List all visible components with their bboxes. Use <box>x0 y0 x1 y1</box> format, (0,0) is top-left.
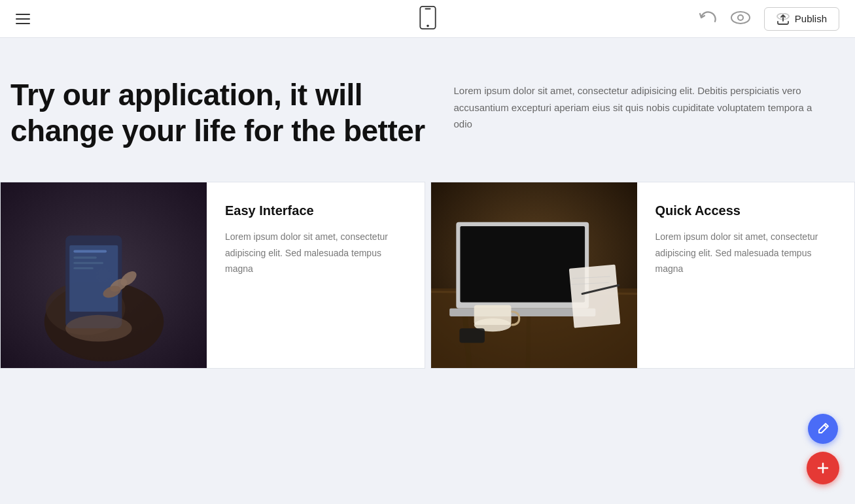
topbar-right-actions: Publish <box>699 7 839 31</box>
hero-section: Try our application, it will change your… <box>0 77 855 182</box>
svg-point-18 <box>65 315 131 342</box>
svg-point-1 <box>427 24 429 27</box>
svg-rect-28 <box>568 265 620 328</box>
add-fab-button[interactable] <box>807 452 839 484</box>
card-easy-interface: Easy Interface Lorem ipsum dolor sit ame… <box>0 182 425 369</box>
svg-point-4 <box>738 15 743 20</box>
svg-rect-11 <box>73 250 107 253</box>
topbar: Publish <box>0 0 855 38</box>
mobile-icon <box>419 6 437 29</box>
card-1-title: Easy Interface <box>225 203 406 218</box>
main-content: Try our application, it will change your… <box>0 38 855 395</box>
svg-rect-13 <box>73 262 103 264</box>
fab-container <box>807 414 839 484</box>
card-1-text: Lorem ipsum dolor sit amet, consectetur … <box>225 229 406 277</box>
svg-rect-14 <box>73 267 93 269</box>
svg-rect-34 <box>459 329 485 343</box>
cards-section: Easy Interface Lorem ipsum dolor sit ame… <box>0 182 855 369</box>
publish-label: Publish <box>795 13 827 24</box>
svg-rect-33 <box>474 305 511 325</box>
preview-button[interactable] <box>730 10 751 27</box>
hamburger-icon[interactable] <box>16 14 30 24</box>
svg-point-3 <box>731 12 750 24</box>
card-2-title: Quick Access <box>655 203 837 218</box>
undo-button[interactable] <box>699 10 717 27</box>
svg-rect-26 <box>461 227 584 301</box>
publish-button[interactable]: Publish <box>764 7 839 31</box>
hero-body: Lorem ipsum dolor sit amet, consectetur … <box>454 77 829 133</box>
card-2-body: Quick Access Lorem ipsum dolor sit amet,… <box>637 182 855 368</box>
plus-icon <box>816 461 830 475</box>
card-1-body: Easy Interface Lorem ipsum dolor sit ame… <box>207 182 425 368</box>
device-selector[interactable] <box>419 6 437 32</box>
hero-headline: Try our application, it will change your… <box>10 77 428 149</box>
card-image-laptop <box>431 182 637 368</box>
edit-fab-button[interactable] <box>808 414 838 444</box>
svg-rect-12 <box>73 257 97 259</box>
card-image-phone <box>1 182 207 368</box>
svg-rect-10 <box>69 246 118 312</box>
menu-button[interactable] <box>16 14 30 24</box>
edit-icon <box>816 422 829 435</box>
card-2-text: Lorem ipsum dolor sit amet, consectetur … <box>655 229 837 277</box>
card-quick-access: Quick Access Lorem ipsum dolor sit amet,… <box>430 182 856 369</box>
upload-icon <box>776 13 790 25</box>
